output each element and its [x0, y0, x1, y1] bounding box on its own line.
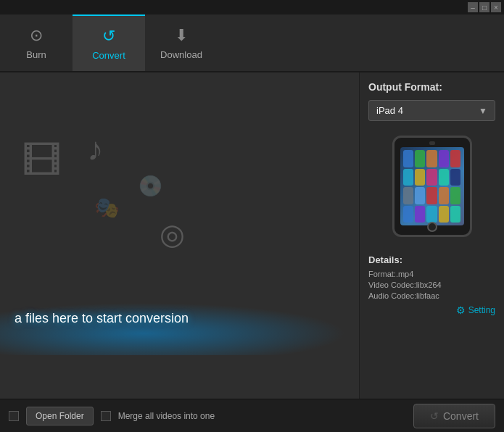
video-codec-detail: Video Codec:libx264: [368, 281, 495, 289]
details-label: Details:: [368, 254, 495, 265]
convert-button[interactable]: ↺ Convert: [413, 404, 495, 428]
output-format-label: Output Format:: [368, 81, 495, 93]
gear-icon: ⚙: [456, 304, 466, 316]
ipad-camera: [429, 141, 435, 145]
right-panel: Output Format: iPad 4 ▼: [359, 72, 504, 399]
format-detail: Format:.mp4: [368, 270, 495, 278]
ipad-image: [392, 136, 472, 237]
app-icon-8: [426, 169, 437, 186]
open-folder-button[interactable]: Open Folder: [26, 407, 94, 425]
ipad-home-button: [427, 222, 437, 232]
format-select-dropdown[interactable]: iPad 4 ▼: [368, 100, 495, 121]
app-icon-19: [439, 206, 449, 223]
download-icon: ⬇: [175, 26, 188, 45]
app-icon-11: [403, 187, 413, 204]
app-icon-13: [426, 187, 437, 204]
app-icon-10: [450, 169, 460, 186]
title-bar: – □ ×: [0, 0, 504, 14]
folder-checkbox[interactable]: [9, 411, 19, 421]
maximize-button[interactable]: □: [479, 2, 489, 12]
main-content: 🎞 ♪ 💿 🎭 ◎ a files here to start conversi…: [0, 72, 504, 399]
dropdown-arrow-icon: ▼: [479, 106, 487, 116]
tab-burn-label: Burn: [26, 49, 46, 60]
app-icon-3: [426, 150, 437, 167]
app-icon-17: [415, 206, 425, 223]
reel-icon: 🎭: [94, 196, 120, 220]
app-icon-7: [415, 169, 425, 186]
burn-icon: ⊙: [30, 26, 43, 45]
tab-bar: ⊙ Burn ↺ Convert ⬇ Download: [0, 14, 504, 72]
setting-link[interactable]: ⚙ Setting: [368, 304, 495, 316]
convert-btn-label: Convert: [443, 410, 479, 422]
cd-icon: 💿: [138, 174, 163, 198]
left-panel[interactable]: 🎞 ♪ 💿 🎭 ◎ a files here to start conversi…: [0, 72, 359, 399]
app-icon-18: [426, 206, 437, 223]
setting-label: Setting: [468, 305, 495, 315]
app-icon-9: [439, 169, 449, 186]
film-icon: 🎞: [22, 138, 62, 184]
merge-checkbox[interactable]: [101, 411, 111, 421]
app-icon-2: [415, 150, 425, 167]
app-icon-16: [403, 206, 413, 223]
app-icon-6: [403, 169, 413, 186]
app-icon-15: [450, 187, 460, 204]
ipad-screen: [400, 147, 464, 225]
app-icon-12: [415, 187, 425, 204]
drop-zone-text: a files here to start conversion: [15, 311, 189, 326]
app-icon-5: [450, 150, 460, 167]
merge-label: Merge all videos into one: [118, 411, 215, 421]
tab-convert[interactable]: ↺ Convert: [73, 14, 145, 71]
format-selected-value: iPad 4: [376, 105, 403, 116]
bottom-bar: Open Folder Merge all videos into one ↺ …: [0, 399, 504, 432]
minimize-button[interactable]: –: [468, 2, 478, 12]
tab-convert-label: Convert: [92, 50, 125, 61]
tab-download-label: Download: [160, 49, 202, 60]
convert-btn-icon: ↺: [430, 410, 439, 422]
app-icon-1: [403, 150, 413, 167]
tab-download[interactable]: ⬇ Download: [145, 14, 218, 71]
tab-burn[interactable]: ⊙ Burn: [0, 14, 73, 71]
device-thumbnail: [368, 128, 495, 244]
circle-icon: ◎: [160, 217, 185, 251]
audio-codec-detail: Audio Codec:libfaac: [368, 291, 495, 300]
app-icon-20: [450, 206, 460, 223]
close-button[interactable]: ×: [491, 2, 501, 12]
details-section: Details: Format:.mp4 Video Codec:libx264…: [368, 254, 495, 316]
app-icon-4: [439, 150, 449, 167]
app-icon-14: [439, 187, 449, 204]
convert-icon: ↺: [102, 27, 115, 46]
music-note-icon: ♪: [87, 130, 104, 168]
